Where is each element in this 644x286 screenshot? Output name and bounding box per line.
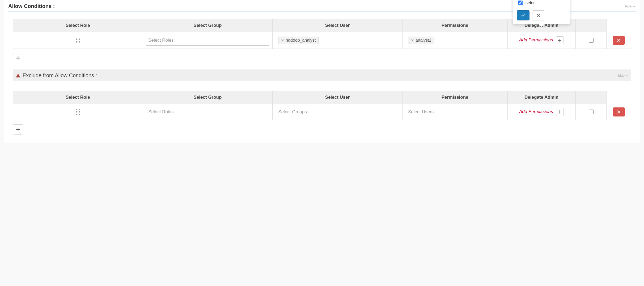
col-role: Select Role <box>13 19 143 32</box>
allow-conditions-panel: Select Role Select Group Select User Per… <box>8 11 636 137</box>
allow-hide-toggle[interactable]: hide <box>625 4 635 8</box>
exclude-conditions-title: Exclude from Allow Conditions : <box>23 72 97 79</box>
user-input[interactable]: Select Users <box>406 107 504 117</box>
add-permission-button[interactable] <box>556 108 564 116</box>
add-exclude-row-button[interactable] <box>13 124 23 135</box>
permission-checkbox[interactable] <box>518 1 523 5</box>
delegate-admin-checkbox[interactable] <box>589 38 594 43</box>
col-actions <box>575 91 606 104</box>
permissions-popover: add/edit permissions select <box>513 0 570 24</box>
plus-icon <box>16 128 20 131</box>
plus-icon <box>558 110 561 114</box>
drag-handle[interactable] <box>13 32 143 49</box>
warning-icon <box>16 73 20 78</box>
chevron-up-icon <box>626 74 628 77</box>
col-user: Select User <box>273 91 402 104</box>
add-permission-button[interactable] <box>556 36 564 44</box>
popover-confirm-button[interactable] <box>517 10 529 20</box>
drag-handle[interactable] <box>13 104 143 120</box>
group-input[interactable]: ✕ hadoop_analyst <box>276 35 399 46</box>
add-permissions-link[interactable]: Add Permissions <box>519 109 553 115</box>
allow-conditions-table: Select Role Select Group Select User Per… <box>13 19 631 49</box>
group-input[interactable]: Select Groups <box>276 107 399 117</box>
delete-row-button[interactable] <box>613 107 625 116</box>
remove-tag-icon[interactable]: ✕ <box>281 38 284 42</box>
group-tag: ✕ hadoop_analyst <box>278 37 319 44</box>
exclude-conditions-header: Exclude from Allow Conditions : hide <box>13 70 631 81</box>
allow-row: Select Roles ✕ hadoop_analyst <box>13 32 631 49</box>
permission-option-label: select <box>526 1 537 5</box>
hide-label: hide <box>618 73 625 77</box>
user-placeholder: Select Users <box>408 109 434 115</box>
chevron-up-icon <box>633 5 635 8</box>
close-icon <box>617 39 620 42</box>
group-tag-label: hadoop_analyst <box>286 38 316 43</box>
exclude-conditions-table: Select Role Select Group Select User Per… <box>13 91 631 120</box>
popover-cancel-button[interactable] <box>532 10 545 20</box>
allow-conditions-title: Allow Conditions : <box>8 3 55 9</box>
col-role: Select Role <box>13 91 143 104</box>
remove-tag-icon[interactable]: ✕ <box>411 38 414 42</box>
group-placeholder: Select Groups <box>278 109 307 115</box>
user-input[interactable]: ✕ analyst1 <box>406 35 504 46</box>
close-icon <box>537 14 540 17</box>
close-icon <box>617 110 620 114</box>
col-perm: Permissions <box>402 19 507 32</box>
col-perm: Permissions <box>402 91 507 104</box>
role-placeholder: Select Roles <box>148 38 173 43</box>
add-permissions-link[interactable]: Add Permissions <box>519 37 553 43</box>
permissions-cell: add/edit permissions select <box>507 32 575 49</box>
role-input[interactable]: Select Roles <box>146 35 269 46</box>
role-input[interactable]: Select Roles <box>146 107 269 117</box>
user-tag: ✕ analyst1 <box>408 37 434 44</box>
user-tag-label: analyst1 <box>416 38 431 43</box>
role-placeholder: Select Roles <box>148 109 173 115</box>
exclude-row: Select Roles Select Groups Select Users <box>13 104 631 120</box>
col-user: Select User <box>273 19 402 32</box>
col-actions <box>575 19 606 32</box>
col-delegate: Delegate Admin <box>507 91 575 104</box>
exclude-hide-toggle[interactable]: hide <box>618 73 628 77</box>
permission-option[interactable]: select <box>517 0 566 6</box>
check-icon <box>521 13 525 18</box>
delegate-admin-checkbox[interactable] <box>589 110 594 114</box>
delete-row-button[interactable] <box>613 36 625 45</box>
col-group: Select Group <box>143 91 273 104</box>
hide-label: hide <box>625 4 632 8</box>
plus-icon <box>558 39 561 42</box>
plus-icon <box>16 56 20 60</box>
add-allow-row-button[interactable] <box>13 53 23 63</box>
col-group: Select Group <box>143 19 273 32</box>
